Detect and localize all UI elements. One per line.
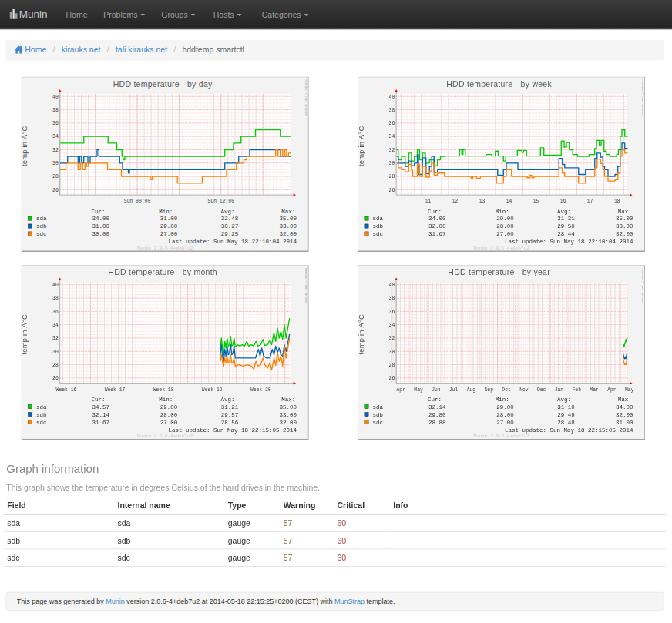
svg-text:Last update: Sun May 18 22:15:: Last update: Sun May 18 22:15:05 2014 (505, 427, 633, 433)
svg-text:29.50: 29.50 (557, 223, 575, 229)
svg-text:Max:: Max: (618, 209, 632, 215)
svg-text:30: 30 (52, 161, 59, 166)
svg-text:Jul: Jul (449, 387, 459, 393)
svg-text:11: 11 (425, 199, 431, 204)
svg-text:Last update: Sun May 18 22:15:: Last update: Sun May 18 22:15:05 2014 (169, 427, 297, 433)
svg-text:27.00: 27.00 (160, 419, 178, 425)
svg-text:35.00: 35.00 (280, 404, 297, 410)
svg-text:Week 20: Week 20 (250, 387, 271, 393)
svg-text:32.00: 32.00 (428, 223, 446, 229)
svg-text:Min:: Min: (159, 397, 173, 403)
svg-text:30.27: 30.27 (221, 223, 239, 229)
svg-text:28.88: 28.88 (428, 419, 446, 425)
svg-text:28: 28 (388, 363, 395, 368)
svg-text:15: 15 (533, 199, 539, 204)
svg-text:Cur:: Cur: (428, 397, 442, 403)
svg-text:36: 36 (388, 309, 395, 314)
svg-text:32: 32 (388, 148, 395, 153)
svg-text:34: 34 (388, 135, 395, 140)
svg-text:31.00: 31.00 (616, 419, 633, 425)
svg-text:Avg:: Avg: (557, 397, 571, 403)
svg-text:sdb: sdb (372, 223, 383, 229)
svg-text:30: 30 (388, 349, 395, 354)
svg-text:29.57: 29.57 (221, 411, 239, 417)
svg-text:34: 34 (388, 323, 395, 328)
svg-text:34.00: 34.00 (92, 216, 110, 222)
svg-text:31.00: 31.00 (160, 216, 178, 222)
svg-text:Sep: Sep (484, 387, 493, 393)
svg-text:Max:: Max: (618, 397, 632, 403)
svg-text:Dec: Dec (537, 387, 546, 393)
svg-text:Jan: Jan (555, 387, 564, 393)
svg-text:Last update: Sun May 18 22:10:: Last update: Sun May 18 22:10:04 2014 (169, 239, 297, 245)
svg-text:32.00: 32.00 (280, 231, 297, 237)
svg-text:sdb: sdb (36, 223, 47, 229)
svg-text:sdc: sdc (372, 231, 383, 237)
svg-text:sdb: sdb (36, 411, 47, 417)
svg-text:Munin 2.0.6-4+deb7u2: Munin 2.0.6-4+deb7u2 (473, 246, 529, 251)
svg-text:temp in Â°C: temp in Â°C (22, 314, 29, 355)
svg-text:HDD temperature - by year: HDD temperature - by year (448, 267, 550, 276)
svg-text:Max:: Max: (281, 209, 295, 215)
svg-text:38: 38 (388, 108, 395, 113)
svg-text:28: 28 (52, 175, 59, 180)
svg-text:30.00: 30.00 (92, 231, 110, 237)
svg-text:34: 34 (52, 323, 59, 328)
svg-text:28.00: 28.00 (496, 223, 514, 229)
svg-text:30: 30 (52, 349, 59, 354)
svg-text:Avg:: Avg: (221, 397, 235, 403)
svg-text:31.10: 31.10 (557, 404, 575, 410)
svg-text:temp in Â°C: temp in Â°C (358, 126, 365, 167)
svg-text:sda: sda (372, 404, 383, 410)
svg-text:35.00: 35.00 (280, 216, 297, 222)
svg-text:Apr: Apr (396, 387, 405, 393)
svg-text:Week 16: Week 16 (56, 387, 77, 393)
svg-text:32.14: 32.14 (92, 411, 110, 417)
svg-text:27.00: 27.00 (496, 419, 514, 425)
svg-text:38: 38 (52, 108, 59, 113)
svg-text:sdb: sdb (372, 411, 383, 417)
svg-text:34.57: 34.57 (92, 404, 110, 410)
svg-text:31.31: 31.31 (557, 216, 575, 222)
svg-text:29.00: 29.00 (496, 216, 514, 222)
svg-text:28: 28 (388, 175, 395, 180)
svg-text:Week 19: Week 19 (202, 387, 223, 393)
svg-text:HDD temperature - by day: HDD temperature - by day (113, 79, 213, 89)
svg-text:sdc: sdc (372, 419, 383, 425)
svg-text:31.67: 31.67 (92, 419, 110, 425)
svg-text:28.44: 28.44 (557, 231, 575, 237)
svg-text:28.56: 28.56 (221, 419, 239, 425)
svg-text:Avg:: Avg: (221, 209, 235, 215)
svg-text:sda: sda (36, 216, 47, 222)
svg-text:29.25: 29.25 (221, 231, 239, 237)
svg-text:16: 16 (560, 199, 566, 204)
svg-text:sda: sda (372, 216, 383, 222)
svg-text:Oct: Oct (502, 387, 511, 393)
svg-text:Cur:: Cur: (428, 209, 442, 215)
svg-text:36: 36 (52, 121, 59, 126)
svg-text:Min:: Min: (496, 397, 509, 403)
svg-text:26: 26 (52, 376, 59, 381)
svg-text:28.00: 28.00 (496, 411, 514, 417)
svg-text:Min:: Min: (159, 209, 173, 215)
svg-text:27.00: 27.00 (496, 231, 514, 237)
svg-text:32: 32 (52, 148, 59, 153)
svg-text:32.48: 32.48 (221, 216, 239, 222)
svg-text:17: 17 (587, 199, 593, 204)
svg-text:Last update: Sun May 18 22:10:: Last update: Sun May 18 22:10:04 2014 (505, 239, 633, 245)
svg-text:May: May (414, 387, 423, 393)
svg-text:Min:: Min: (496, 209, 509, 215)
svg-text:Week 17: Week 17 (105, 387, 126, 393)
svg-text:32.14: 32.14 (428, 404, 446, 410)
svg-text:RRDTOOL / TOBI OETIKER: RRDTOOL / TOBI OETIKER (640, 80, 643, 116)
svg-text:28: 28 (52, 363, 59, 368)
svg-text:12: 12 (452, 199, 458, 204)
svg-text:sda: sda (36, 404, 47, 410)
svg-text:Mar: Mar (590, 387, 599, 393)
svg-text:May: May (625, 387, 634, 393)
svg-text:28.48: 28.48 (557, 419, 575, 425)
svg-text:Sun 12:00: Sun 12:00 (208, 199, 235, 204)
svg-text:32.00: 32.00 (616, 411, 633, 417)
svg-text:40: 40 (52, 283, 59, 288)
svg-text:Feb: Feb (572, 387, 581, 393)
